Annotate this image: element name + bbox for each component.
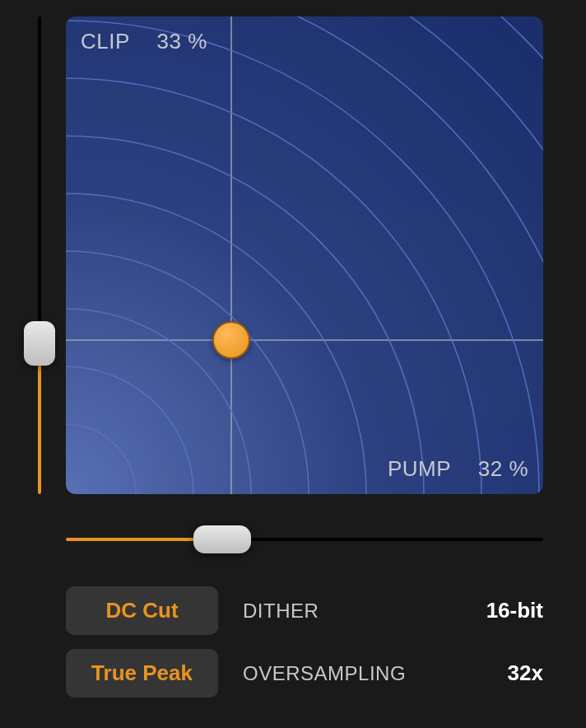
vertical-slider-thumb[interactable] bbox=[24, 321, 55, 366]
pump-label-group: PUMP 32 % bbox=[388, 456, 528, 482]
horizontal-slider-thumb[interactable] bbox=[193, 525, 251, 553]
svg-point-11 bbox=[66, 16, 543, 494]
svg-point-12 bbox=[66, 16, 543, 494]
dither-value[interactable]: 16-bit bbox=[486, 598, 543, 623]
true-peak-toggle[interactable]: True Peak bbox=[66, 649, 218, 698]
clip-label-group: CLIP 33 % bbox=[81, 29, 207, 54]
xy-pad-grid bbox=[66, 16, 543, 494]
pump-label: PUMP bbox=[388, 456, 451, 481]
xy-pad-handle[interactable] bbox=[212, 321, 250, 359]
pump-value: 32 % bbox=[478, 456, 528, 481]
svg-point-2 bbox=[66, 424, 136, 494]
dither-label: DITHER bbox=[243, 600, 462, 623]
oversampling-value[interactable]: 32x bbox=[508, 660, 543, 686]
svg-point-10 bbox=[66, 16, 543, 494]
svg-point-9 bbox=[66, 21, 539, 494]
horizontal-slider-fill bbox=[66, 538, 207, 541]
vertical-slider[interactable] bbox=[26, 16, 53, 494]
true-peak-label: True Peak bbox=[91, 660, 193, 685]
dc-cut-toggle[interactable]: DC Cut bbox=[66, 586, 218, 635]
svg-point-7 bbox=[66, 136, 424, 494]
svg-point-5 bbox=[66, 251, 309, 494]
clip-value: 33 % bbox=[157, 29, 207, 54]
svg-point-3 bbox=[66, 366, 193, 494]
xy-pad[interactable]: CLIP 33 % PUMP 32 % bbox=[66, 16, 543, 494]
horizontal-slider[interactable] bbox=[66, 517, 543, 562]
oversampling-label: OVERSAMPLING bbox=[243, 662, 483, 685]
clip-label: CLIP bbox=[81, 29, 130, 54]
svg-point-8 bbox=[66, 78, 481, 494]
dc-cut-label: DC Cut bbox=[105, 598, 178, 623]
